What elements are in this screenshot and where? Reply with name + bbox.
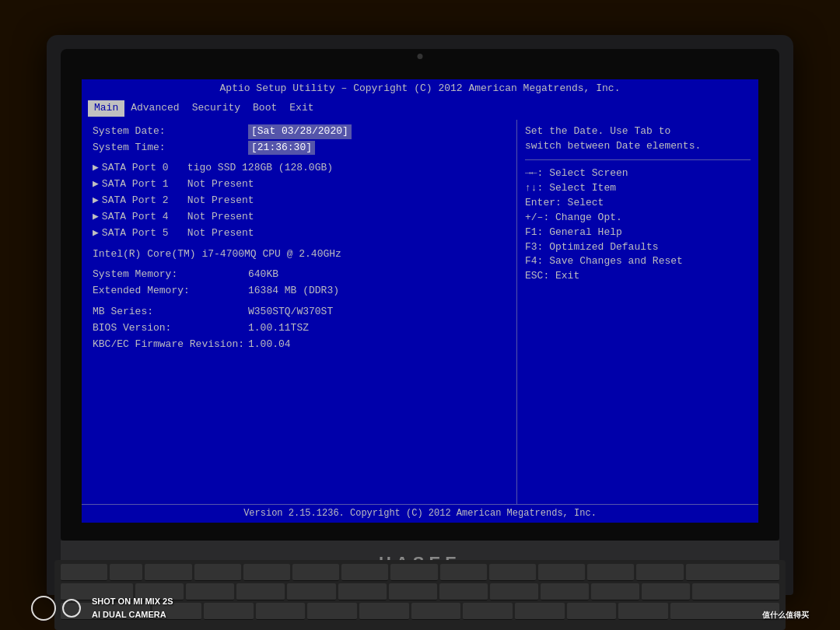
screen-bezel: Aptio Setup Utility – Copyright (C) 2012… (61, 49, 779, 541)
webcam (418, 54, 423, 59)
watermark-line2: AI DUAL CAMERA (92, 610, 166, 619)
sata-arrow-0: ▶ (93, 161, 99, 176)
kbd-key[interactable] (490, 583, 538, 600)
kbd-key[interactable] (236, 583, 285, 600)
kbd-key[interactable] (411, 603, 461, 620)
sata-port-4-label: SATA Port 4 (102, 210, 187, 225)
kbd-key[interactable] (390, 564, 437, 581)
bios-version-bar: Version 2.15.1236. Copyright (C) 2012 Am… (82, 504, 758, 523)
menu-advanced[interactable]: Advanced (124, 100, 185, 117)
cpu-row: Intel(R) Core(TM) i7-4700MQ CPU @ 2.40GH… (93, 247, 506, 262)
kbd-key[interactable] (341, 564, 388, 581)
kbd-key[interactable] (567, 603, 617, 620)
cpu-value: Intel(R) Core(TM) i7-4700MQ CPU @ 2.40GH… (93, 247, 341, 262)
sata-row-1: ▶ SATA Port 1 Not Present (93, 177, 506, 192)
kbd-key[interactable] (541, 583, 589, 600)
sata-list: ▶ SATA Port 0 tigo SSD 128GB (128.0GB) ▶… (93, 161, 506, 240)
kbd-key[interactable] (256, 603, 306, 620)
kbd-key[interactable] (489, 564, 536, 581)
kbd-key[interactable] (204, 603, 254, 620)
sata-port-5-value: Not Present (187, 226, 254, 241)
kbd-key[interactable] (194, 564, 241, 581)
kbd-key[interactable] (338, 583, 387, 600)
system-date-label: System Date: (93, 124, 248, 139)
kbd-key[interactable] (692, 583, 779, 600)
extended-memory-row: Extended Memory: 16384 MB (DDR3) (93, 284, 506, 299)
sata-arrow-2: ▶ (93, 194, 99, 208)
help-key-item: ↑↓: Select Item (525, 181, 751, 196)
menu-security[interactable]: Security (186, 100, 247, 117)
sata-port-2-label: SATA Port 2 (102, 194, 187, 208)
kbd-key[interactable] (243, 564, 290, 581)
watermark-circle-inner (62, 599, 81, 618)
sata-row-2: ▶ SATA Port 2 Not Present (93, 194, 506, 208)
bios-screen: Aptio Setup Utility – Copyright (C) 2012… (82, 79, 758, 523)
mb-series-label: MB Series: (93, 305, 248, 320)
mb-series-value: W350STQ/W370ST (248, 305, 333, 320)
sata-row-0: ▶ SATA Port 0 tigo SSD 128GB (128.0GB) (93, 161, 506, 176)
kbd-key[interactable] (359, 603, 409, 620)
kbd-key[interactable] (642, 583, 690, 600)
kbd-key[interactable] (110, 564, 142, 581)
help-key-f3: F3: Optimized Defaults (525, 240, 751, 255)
kbc-value: 1.00.04 (248, 338, 291, 352)
system-memory-label: System Memory: (93, 268, 248, 282)
system-date-row: System Date: [Sat 03/28/2020] (93, 124, 506, 139)
watermark-circle-outer (31, 596, 56, 621)
bios-title: Aptio Setup Utility – Copyright (C) 2012… (82, 79, 758, 99)
kbd-key[interactable] (515, 603, 565, 620)
help-divider (525, 159, 751, 160)
help-key-screen: →←: Select Screen (525, 166, 751, 181)
extended-memory-value: 16384 MB (DDR3) (248, 284, 339, 299)
kbd-key[interactable] (186, 583, 234, 600)
kbd-key[interactable] (587, 564, 634, 581)
kbd-key[interactable] (686, 564, 779, 581)
watermark-brand-text: 值什么值得买 (762, 610, 809, 621)
kbd-key[interactable] (618, 603, 668, 620)
extended-memory-label: Extended Memory: (93, 284, 248, 299)
watermark-circles (31, 596, 81, 621)
help-keys: →←: Select Screen ↑↓: Select Item Enter:… (525, 166, 751, 284)
kbd-key[interactable] (61, 564, 107, 581)
sata-row-4: ▶ SATA Port 4 Not Present (93, 210, 506, 225)
kbc-label: KBC/EC Firmware Revision: (93, 338, 248, 352)
kbd-key[interactable] (591, 583, 639, 600)
kbd-key[interactable] (307, 603, 357, 620)
kbd-key[interactable] (440, 564, 487, 581)
system-memory-row: System Memory: 640KB (93, 268, 506, 282)
watermark-line1: SHOT ON MI MIX 2S (92, 597, 173, 606)
menu-main[interactable]: Main (88, 100, 124, 117)
system-date-value[interactable]: [Sat 03/28/2020] (248, 124, 352, 139)
bios-version-bar-text: Version 2.15.1236. Copyright (C) 2012 Am… (243, 508, 597, 519)
help-main-text: Set the Date. Use Tab toswitch between D… (525, 124, 751, 154)
bios-help-panel: Set the Date. Use Tab toswitch between D… (517, 120, 758, 510)
help-key-change: +/–: Change Opt. (525, 211, 751, 226)
kbd-key[interactable] (287, 583, 335, 600)
kbd-key[interactable] (292, 564, 339, 581)
mb-series-row: MB Series: W350STQ/W370ST (93, 305, 506, 320)
bios-main-panel: System Date: [Sat 03/28/2020] System Tim… (82, 120, 517, 510)
kbd-key[interactable] (463, 603, 513, 620)
bios-title-text: Aptio Setup Utility – Copyright (C) 2012… (220, 82, 621, 94)
kbd-key[interactable] (538, 564, 585, 581)
kbd-key[interactable] (636, 564, 683, 581)
sata-arrow-1: ▶ (93, 177, 99, 192)
system-time-value[interactable]: [21:36:30] (248, 141, 315, 156)
menu-boot[interactable]: Boot (247, 100, 283, 117)
sata-port-2-value: Not Present (187, 194, 254, 208)
kbd-key[interactable] (439, 583, 488, 600)
help-key-f4: F4: Save Changes and Reset (525, 254, 751, 269)
kbd-row-1 (61, 564, 779, 581)
watermark: SHOT ON MI MIX 2S AI DUAL CAMERA (31, 595, 173, 621)
bios-content-area: System Date: [Sat 03/28/2020] System Tim… (82, 120, 758, 510)
help-key-f1: F1: General Help (525, 226, 751, 240)
laptop-body: Aptio Setup Utility – Copyright (C) 2012… (47, 35, 793, 595)
menu-exit[interactable]: Exit (283, 100, 320, 117)
system-time-row: System Time: [21:36:30] (93, 141, 506, 156)
sata-port-0-label: SATA Port 0 (102, 161, 187, 176)
sata-arrow-5: ▶ (93, 226, 99, 241)
kbd-key[interactable] (145, 564, 191, 581)
sata-port-4-value: Not Present (187, 210, 254, 225)
system-memory-value: 640KB (248, 268, 278, 282)
kbd-key[interactable] (389, 583, 437, 600)
